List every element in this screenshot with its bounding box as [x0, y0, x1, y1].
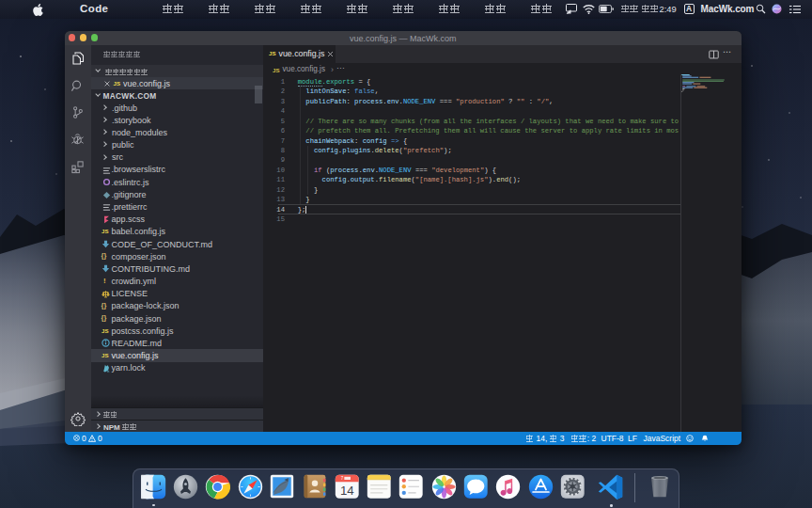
svg-text:14: 14	[339, 483, 353, 497]
